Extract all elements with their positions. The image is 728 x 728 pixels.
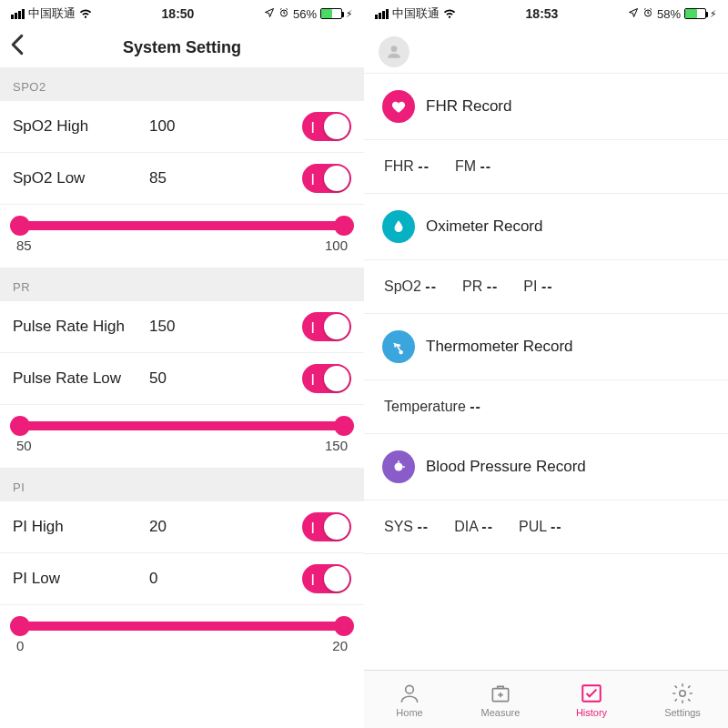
svg-point-2: [395, 463, 403, 471]
range-slider[interactable]: 85100: [0, 205, 364, 268]
battery-icon: [320, 8, 342, 19]
setting-label: SpO2 High: [13, 117, 149, 136]
toggle-switch[interactable]: |: [302, 564, 351, 593]
signal-icon: [375, 9, 389, 19]
avatar-icon: [379, 36, 410, 67]
record-header[interactable]: Oximeter Record: [364, 194, 728, 260]
profile-header[interactable]: [364, 27, 728, 74]
record-field: DIA --: [454, 519, 493, 535]
record-field: PR --: [462, 278, 498, 295]
range-slider[interactable]: 020: [0, 605, 364, 668]
slider-max-label: 20: [332, 638, 348, 653]
status-bar: 中国联通 18:50 56% ⚡︎: [0, 0, 364, 27]
record-field: Temperature --: [384, 399, 481, 415]
alarm-icon: [278, 7, 289, 21]
signal-icon: [11, 9, 25, 19]
record-value: --: [470, 399, 481, 414]
record-icon: [382, 90, 415, 123]
setting-row: Pulse Rate High150|: [0, 301, 364, 353]
setting-value: 0: [149, 570, 302, 588]
tab-label: Measure: [481, 707, 521, 718]
setting-value: 150: [149, 318, 302, 336]
setting-value: 20: [149, 518, 302, 536]
record-icon: [382, 450, 415, 483]
setting-row: SpO2 High100|: [0, 101, 364, 153]
charging-icon: ⚡︎: [346, 8, 353, 20]
slider-min-label: 85: [16, 238, 32, 253]
setting-label: Pulse Rate High: [13, 318, 149, 336]
record-body: FHR --FM --: [364, 140, 728, 194]
page-title: System Setting: [9, 38, 355, 57]
tab-label: Settings: [664, 707, 701, 718]
setting-label: Pulse Rate Low: [13, 369, 149, 388]
toggle-switch[interactable]: |: [302, 312, 351, 341]
toggle-switch[interactable]: |: [302, 164, 351, 193]
wifi-icon: [79, 6, 92, 22]
slider-max-label: 100: [325, 238, 348, 253]
toggle-switch[interactable]: |: [302, 112, 351, 141]
record-icon: [382, 330, 415, 363]
setting-value: 85: [149, 169, 302, 187]
setting-value: 50: [149, 369, 302, 388]
record-value: --: [481, 519, 493, 534]
slider-max-label: 150: [325, 438, 348, 453]
status-bar: 中国联通 18:53 58% ⚡︎: [364, 0, 728, 27]
wifi-icon: [443, 6, 456, 22]
nav-header: System Setting: [0, 27, 364, 67]
record-value: --: [551, 519, 562, 534]
battery-percent: 56%: [293, 7, 317, 21]
tab-home[interactable]: Home: [364, 671, 455, 728]
record-header[interactable]: Thermometer Record: [364, 314, 728, 380]
tab-label: History: [576, 707, 607, 718]
record-value: --: [487, 278, 499, 294]
slider-min-label: 50: [16, 438, 32, 453]
tab-history[interactable]: History: [546, 671, 637, 728]
record-title: Oximeter Record: [426, 217, 542, 236]
slider-min-label: 0: [16, 638, 24, 653]
setting-row: PI Low0|: [0, 553, 364, 605]
setting-label: PI High: [13, 518, 149, 536]
record-title: FHR Record: [426, 97, 511, 116]
record-value: --: [418, 158, 430, 174]
tab-label: Home: [396, 707, 422, 718]
record-body: Temperature --: [364, 380, 728, 434]
screen-system-setting: 中国联通 18:50 56% ⚡︎ System Setting SPO2SpO…: [0, 0, 364, 728]
section-header: PI: [0, 468, 364, 501]
charging-icon: ⚡︎: [710, 8, 717, 20]
setting-row: PI High20|: [0, 501, 364, 553]
record-icon: [382, 210, 415, 243]
svg-point-6: [680, 690, 686, 696]
clock: 18:53: [456, 6, 628, 21]
record-value: --: [425, 278, 437, 294]
record-field: SYS --: [384, 519, 429, 535]
tab-settings[interactable]: Settings: [637, 671, 728, 728]
tab-measure[interactable]: Measure: [455, 671, 546, 728]
record-field: PUL --: [519, 519, 562, 535]
section-header: PR: [0, 268, 364, 301]
toggle-switch[interactable]: |: [302, 364, 351, 393]
record-field: SpO2 --: [384, 278, 437, 295]
location-icon: [264, 7, 275, 21]
svg-point-3: [406, 685, 414, 693]
setting-value: 100: [149, 117, 302, 136]
record-title: Blood Pressure Record: [426, 458, 586, 476]
carrier-label: 中国联通: [392, 5, 440, 22]
tab-bar: Home Measure History Settings: [364, 670, 728, 728]
record-field: FHR --: [384, 158, 430, 175]
location-icon: [628, 7, 639, 21]
record-body: SYS --DIA --PUL --: [364, 500, 728, 554]
record-field: FM --: [455, 158, 491, 175]
record-value: --: [480, 158, 492, 174]
record-title: Thermometer Record: [426, 338, 573, 356]
carrier-label: 中国联通: [28, 5, 76, 22]
record-header[interactable]: FHR Record: [364, 74, 728, 140]
battery-percent: 58%: [657, 7, 681, 21]
setting-label: SpO2 Low: [13, 169, 149, 187]
toggle-switch[interactable]: |: [302, 512, 351, 541]
record-header[interactable]: Blood Pressure Record: [364, 434, 728, 500]
record-value: --: [541, 278, 553, 294]
setting-row: SpO2 Low85|: [0, 153, 364, 205]
record-field: PI --: [523, 278, 552, 295]
battery-icon: [684, 8, 706, 19]
range-slider[interactable]: 50150: [0, 405, 364, 468]
